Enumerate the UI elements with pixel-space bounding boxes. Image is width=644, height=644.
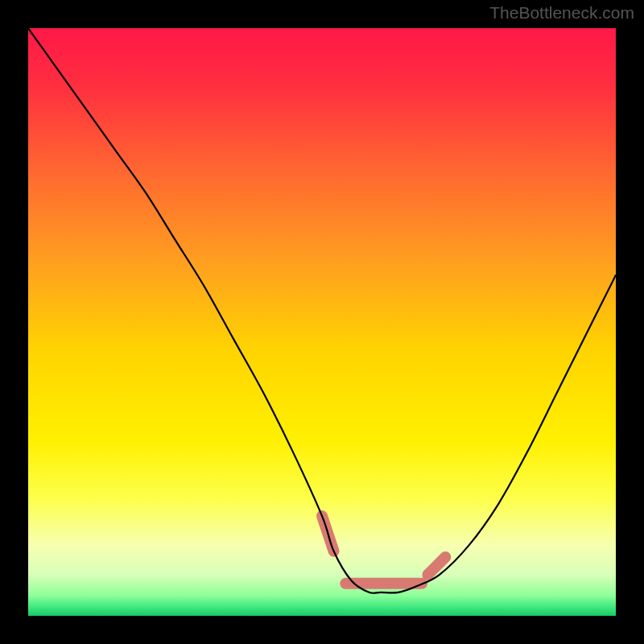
plot-area	[28, 28, 616, 616]
chart-svg	[28, 28, 616, 616]
watermark-text: TheBottleneck.com	[489, 3, 634, 23]
